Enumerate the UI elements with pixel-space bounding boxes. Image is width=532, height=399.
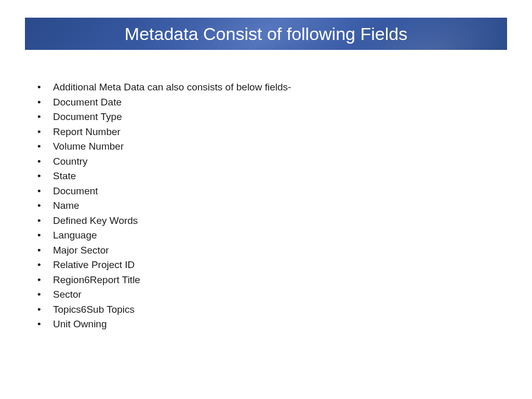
list-item: Language: [33, 228, 532, 243]
list-item: Region6Report Title: [33, 273, 532, 288]
list-item: Report Number: [33, 125, 532, 140]
list-item: Name: [33, 198, 532, 214]
slide-title-bar: Metadata Consist of following Fields: [25, 18, 507, 50]
list-item: Additional Meta Data can also consists o…: [33, 80, 532, 95]
list-item: Sector: [33, 287, 532, 302]
list-item: Document: [33, 184, 532, 199]
list-item: State: [33, 169, 532, 184]
list-item: Topics6Sub Topics: [33, 302, 532, 317]
slide-title: Metadata Consist of following Fields: [125, 24, 407, 44]
list-item: Relative Project ID: [33, 258, 532, 273]
list-item: Country: [33, 154, 532, 169]
list-item: Unit Owning: [33, 317, 532, 332]
list-item: Document Type: [33, 110, 532, 125]
list-item: Major Sector: [33, 243, 532, 258]
list-item: Defined Key Words: [33, 214, 532, 229]
list-item: Document Date: [33, 95, 532, 110]
bullet-list: Additional Meta Data can also consists o…: [33, 80, 532, 332]
slide-content: Additional Meta Data can also consists o…: [33, 80, 532, 332]
list-item: Volume Number: [33, 139, 532, 154]
